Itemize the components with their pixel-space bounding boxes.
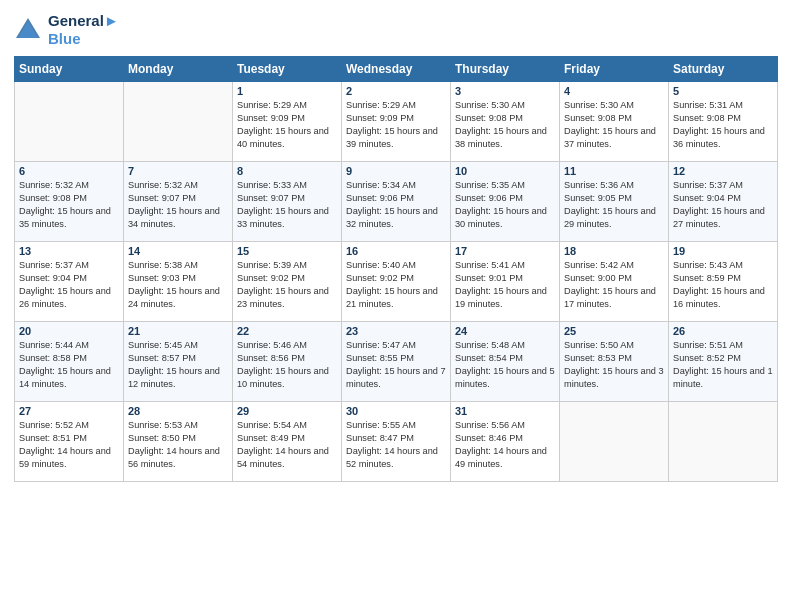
daylight-text: Daylight: 15 hours and 32 minutes. bbox=[346, 205, 446, 231]
sunrise-text: Sunrise: 5:54 AM bbox=[237, 419, 337, 432]
sunset-text: Sunset: 8:55 PM bbox=[346, 352, 446, 365]
day-number: 24 bbox=[455, 325, 555, 337]
daylight-text: Daylight: 15 hours and 36 minutes. bbox=[673, 125, 773, 151]
daylight-text: Daylight: 15 hours and 33 minutes. bbox=[237, 205, 337, 231]
calendar-cell bbox=[560, 402, 669, 482]
sunrise-text: Sunrise: 5:29 AM bbox=[237, 99, 337, 112]
daylight-text: Daylight: 15 hours and 38 minutes. bbox=[455, 125, 555, 151]
sunrise-text: Sunrise: 5:39 AM bbox=[237, 259, 337, 272]
sunset-text: Sunset: 9:05 PM bbox=[564, 192, 664, 205]
calendar-header-row: SundayMondayTuesdayWednesdayThursdayFrid… bbox=[15, 57, 778, 82]
day-number: 1 bbox=[237, 85, 337, 97]
calendar-cell: 19 Sunrise: 5:43 AM Sunset: 8:59 PM Dayl… bbox=[669, 242, 778, 322]
cell-details: Sunrise: 5:46 AM Sunset: 8:56 PM Dayligh… bbox=[237, 339, 337, 391]
sunset-text: Sunset: 9:02 PM bbox=[237, 272, 337, 285]
sunset-text: Sunset: 9:08 PM bbox=[673, 112, 773, 125]
sunset-text: Sunset: 9:02 PM bbox=[346, 272, 446, 285]
sunset-text: Sunset: 9:07 PM bbox=[128, 192, 228, 205]
day-number: 10 bbox=[455, 165, 555, 177]
sunrise-text: Sunrise: 5:51 AM bbox=[673, 339, 773, 352]
logo-line2: Blue bbox=[48, 30, 119, 48]
calendar-cell: 26 Sunrise: 5:51 AM Sunset: 8:52 PM Dayl… bbox=[669, 322, 778, 402]
sunset-text: Sunset: 9:03 PM bbox=[128, 272, 228, 285]
weekday-header: Thursday bbox=[451, 57, 560, 82]
daylight-text: Daylight: 15 hours and 27 minutes. bbox=[673, 205, 773, 231]
calendar-week-row: 1 Sunrise: 5:29 AM Sunset: 9:09 PM Dayli… bbox=[15, 82, 778, 162]
cell-details: Sunrise: 5:53 AM Sunset: 8:50 PM Dayligh… bbox=[128, 419, 228, 471]
cell-details: Sunrise: 5:36 AM Sunset: 9:05 PM Dayligh… bbox=[564, 179, 664, 231]
day-number: 12 bbox=[673, 165, 773, 177]
calendar-cell: 13 Sunrise: 5:37 AM Sunset: 9:04 PM Dayl… bbox=[15, 242, 124, 322]
header: General► Blue bbox=[14, 12, 778, 48]
calendar-cell: 5 Sunrise: 5:31 AM Sunset: 9:08 PM Dayli… bbox=[669, 82, 778, 162]
sunrise-text: Sunrise: 5:43 AM bbox=[673, 259, 773, 272]
calendar-cell: 16 Sunrise: 5:40 AM Sunset: 9:02 PM Dayl… bbox=[342, 242, 451, 322]
day-number: 31 bbox=[455, 405, 555, 417]
calendar-cell: 2 Sunrise: 5:29 AM Sunset: 9:09 PM Dayli… bbox=[342, 82, 451, 162]
day-number: 23 bbox=[346, 325, 446, 337]
weekday-header: Tuesday bbox=[233, 57, 342, 82]
sunset-text: Sunset: 8:56 PM bbox=[237, 352, 337, 365]
sunset-text: Sunset: 9:06 PM bbox=[455, 192, 555, 205]
cell-details: Sunrise: 5:30 AM Sunset: 9:08 PM Dayligh… bbox=[455, 99, 555, 151]
sunrise-text: Sunrise: 5:53 AM bbox=[128, 419, 228, 432]
day-number: 30 bbox=[346, 405, 446, 417]
cell-details: Sunrise: 5:31 AM Sunset: 9:08 PM Dayligh… bbox=[673, 99, 773, 151]
cell-details: Sunrise: 5:37 AM Sunset: 9:04 PM Dayligh… bbox=[673, 179, 773, 231]
cell-details: Sunrise: 5:38 AM Sunset: 9:03 PM Dayligh… bbox=[128, 259, 228, 311]
day-number: 17 bbox=[455, 245, 555, 257]
cell-details: Sunrise: 5:32 AM Sunset: 9:07 PM Dayligh… bbox=[128, 179, 228, 231]
daylight-text: Daylight: 15 hours and 37 minutes. bbox=[564, 125, 664, 151]
cell-details: Sunrise: 5:30 AM Sunset: 9:08 PM Dayligh… bbox=[564, 99, 664, 151]
daylight-text: Daylight: 15 hours and 40 minutes. bbox=[237, 125, 337, 151]
day-number: 14 bbox=[128, 245, 228, 257]
cell-details: Sunrise: 5:50 AM Sunset: 8:53 PM Dayligh… bbox=[564, 339, 664, 391]
daylight-text: Daylight: 15 hours and 39 minutes. bbox=[346, 125, 446, 151]
daylight-text: Daylight: 15 hours and 30 minutes. bbox=[455, 205, 555, 231]
weekday-header: Sunday bbox=[15, 57, 124, 82]
sunrise-text: Sunrise: 5:35 AM bbox=[455, 179, 555, 192]
day-number: 15 bbox=[237, 245, 337, 257]
sunrise-text: Sunrise: 5:50 AM bbox=[564, 339, 664, 352]
sunset-text: Sunset: 8:54 PM bbox=[455, 352, 555, 365]
cell-details: Sunrise: 5:41 AM Sunset: 9:01 PM Dayligh… bbox=[455, 259, 555, 311]
calendar-week-row: 6 Sunrise: 5:32 AM Sunset: 9:08 PM Dayli… bbox=[15, 162, 778, 242]
calendar-week-row: 20 Sunrise: 5:44 AM Sunset: 8:58 PM Dayl… bbox=[15, 322, 778, 402]
day-number: 20 bbox=[19, 325, 119, 337]
sunrise-text: Sunrise: 5:37 AM bbox=[673, 179, 773, 192]
sunset-text: Sunset: 8:53 PM bbox=[564, 352, 664, 365]
calendar-cell: 8 Sunrise: 5:33 AM Sunset: 9:07 PM Dayli… bbox=[233, 162, 342, 242]
calendar-cell: 24 Sunrise: 5:48 AM Sunset: 8:54 PM Dayl… bbox=[451, 322, 560, 402]
cell-details: Sunrise: 5:39 AM Sunset: 9:02 PM Dayligh… bbox=[237, 259, 337, 311]
day-number: 8 bbox=[237, 165, 337, 177]
cell-details: Sunrise: 5:32 AM Sunset: 9:08 PM Dayligh… bbox=[19, 179, 119, 231]
cell-details: Sunrise: 5:51 AM Sunset: 8:52 PM Dayligh… bbox=[673, 339, 773, 391]
sunrise-text: Sunrise: 5:33 AM bbox=[237, 179, 337, 192]
cell-details: Sunrise: 5:37 AM Sunset: 9:04 PM Dayligh… bbox=[19, 259, 119, 311]
day-number: 26 bbox=[673, 325, 773, 337]
day-number: 28 bbox=[128, 405, 228, 417]
sunset-text: Sunset: 8:50 PM bbox=[128, 432, 228, 445]
sunrise-text: Sunrise: 5:34 AM bbox=[346, 179, 446, 192]
daylight-text: Daylight: 14 hours and 56 minutes. bbox=[128, 445, 228, 471]
sunset-text: Sunset: 9:04 PM bbox=[19, 272, 119, 285]
calendar-cell: 29 Sunrise: 5:54 AM Sunset: 8:49 PM Dayl… bbox=[233, 402, 342, 482]
day-number: 29 bbox=[237, 405, 337, 417]
calendar-cell bbox=[124, 82, 233, 162]
cell-details: Sunrise: 5:54 AM Sunset: 8:49 PM Dayligh… bbox=[237, 419, 337, 471]
weekday-header: Friday bbox=[560, 57, 669, 82]
sunset-text: Sunset: 9:07 PM bbox=[237, 192, 337, 205]
daylight-text: Daylight: 15 hours and 29 minutes. bbox=[564, 205, 664, 231]
daylight-text: Daylight: 15 hours and 5 minutes. bbox=[455, 365, 555, 391]
sunset-text: Sunset: 8:49 PM bbox=[237, 432, 337, 445]
calendar-cell: 12 Sunrise: 5:37 AM Sunset: 9:04 PM Dayl… bbox=[669, 162, 778, 242]
cell-details: Sunrise: 5:52 AM Sunset: 8:51 PM Dayligh… bbox=[19, 419, 119, 471]
calendar-week-row: 13 Sunrise: 5:37 AM Sunset: 9:04 PM Dayl… bbox=[15, 242, 778, 322]
cell-details: Sunrise: 5:40 AM Sunset: 9:02 PM Dayligh… bbox=[346, 259, 446, 311]
sunset-text: Sunset: 9:04 PM bbox=[673, 192, 773, 205]
daylight-text: Daylight: 14 hours and 52 minutes. bbox=[346, 445, 446, 471]
sunrise-text: Sunrise: 5:47 AM bbox=[346, 339, 446, 352]
daylight-text: Daylight: 15 hours and 3 minutes. bbox=[564, 365, 664, 391]
logo: General► Blue bbox=[14, 12, 119, 48]
daylight-text: Daylight: 15 hours and 1 minute. bbox=[673, 365, 773, 391]
